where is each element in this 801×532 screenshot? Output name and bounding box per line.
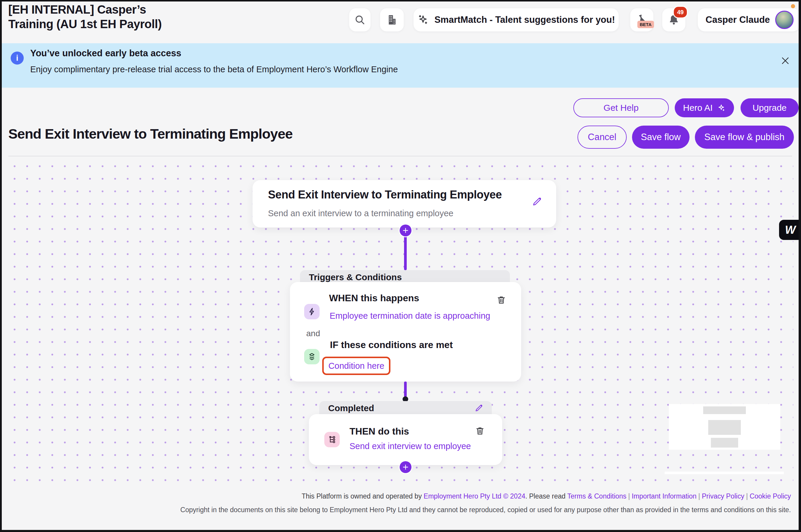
then-step-link[interactable]: Send exit interview to employee	[349, 441, 471, 451]
banner-subtitle: Enjoy complimentary pre-release trial ac…	[30, 64, 398, 74]
then-card[interactable]: THEN do this Send exit interview to empl…	[309, 414, 502, 465]
workflow-engine-app: [EH INTERNAL] Casper’s Training (AU 1st …	[0, 0, 801, 532]
condition-icon-badge	[304, 349, 320, 364]
beta-badge: BETA	[637, 21, 654, 28]
info-glyph: i	[16, 54, 18, 63]
get-help-label: Get Help	[604, 103, 639, 113]
company-switcher-button[interactable]	[380, 8, 404, 32]
footer-legal-line: This Platform is owned and operated by E…	[8, 492, 791, 500]
trash-icon	[475, 426, 485, 436]
trigger-icon-badge	[304, 304, 320, 319]
footer-separator: |	[697, 492, 702, 500]
skeleton-bar	[711, 438, 738, 448]
condition-highlight-box: Condition here	[322, 357, 390, 375]
footer-cookie-link[interactable]: Cookie Policy	[750, 492, 791, 500]
footer-important-info-link[interactable]: Important Information	[632, 492, 697, 500]
upgrade-button[interactable]: Upgrade	[741, 98, 799, 117]
upgrade-label: Upgrade	[752, 103, 786, 113]
search-icon	[354, 14, 366, 26]
get-help-button[interactable]: Get Help	[573, 98, 669, 117]
org-title-line2: Training (AU 1st EH Payroll)	[8, 17, 210, 32]
smartmatch-button[interactable]: SmartMatch - Talent suggestions for you!	[414, 8, 619, 32]
recording-indicator-dot	[791, 4, 795, 8]
condition-here-link[interactable]: Condition here	[328, 361, 384, 371]
then-step-title: THEN do this	[349, 426, 409, 437]
close-icon	[780, 56, 790, 66]
lightning-icon	[307, 307, 316, 316]
pencil-icon	[474, 403, 484, 413]
notifications-button[interactable]: 49	[662, 8, 686, 32]
footer-copyright-line: Copyright in the documents on this site …	[8, 506, 791, 514]
workflow-subtitle: Send an exit interview to a terminating …	[268, 209, 453, 218]
profile-menu-button[interactable]: Casper Claude	[698, 8, 800, 32]
footer-separator: |	[744, 492, 750, 500]
sparkle-icon	[417, 14, 429, 26]
hero-ai-button[interactable]: Hero AI	[675, 98, 734, 117]
completed-section-header: Completed	[319, 401, 492, 415]
plus-icon	[402, 464, 409, 470]
cancel-button[interactable]: Cancel	[578, 126, 627, 149]
flow-branch-icon	[327, 435, 337, 444]
loading-widget-skeleton	[669, 404, 780, 450]
search-button[interactable]	[349, 8, 370, 32]
footer-separator: |	[626, 492, 632, 500]
if-step-title: IF these conditions are met	[330, 340, 453, 350]
skeleton-bar	[708, 420, 741, 435]
notification-count-badge: 49	[673, 6, 688, 18]
profile-name: Casper Claude	[706, 15, 770, 25]
save-flow-publish-button[interactable]: Save flow & publish	[695, 126, 794, 149]
connector-line	[404, 381, 407, 397]
org-title: [EH INTERNAL] Casper’s Training (AU 1st …	[8, 2, 210, 32]
completed-section-title: Completed	[328, 403, 374, 413]
footer-text: . Please read	[525, 492, 567, 500]
banner-title: You’ve unlocked early beta access	[30, 48, 181, 59]
banner-close-button[interactable]	[780, 56, 790, 66]
org-title-line1: [EH INTERNAL] Casper’s	[8, 2, 210, 17]
save-flow-label: Save flow	[641, 132, 681, 142]
sparkle-icon	[717, 103, 726, 112]
add-step-button-bottom[interactable]	[400, 461, 412, 473]
page-title: Send Exit Interview to Terminating Emplo…	[8, 126, 293, 142]
footer-terms-link[interactable]: Terms & Conditions	[567, 492, 626, 500]
delete-trigger-button[interactable]	[496, 295, 506, 305]
pencil-icon	[531, 196, 543, 207]
operator-label: and	[306, 329, 320, 338]
add-step-button-top[interactable]	[400, 225, 412, 236]
building-icon	[386, 14, 398, 26]
save-flow-publish-label: Save flow & publish	[704, 132, 785, 142]
footer-company-link[interactable]: Employment Hero Pty Ltd © 2024	[424, 492, 525, 500]
workflow-side-tab[interactable]: W	[779, 220, 801, 240]
triggers-section-title: Triggers & Conditions	[309, 272, 402, 282]
action-icon-badge	[324, 432, 340, 447]
edit-workflow-button[interactable]	[531, 196, 543, 207]
workflow-root-card[interactable]: Send Exit Interview to Terminating Emplo…	[253, 180, 556, 228]
avatar	[775, 11, 794, 29]
info-icon: i	[11, 52, 24, 64]
skeleton-bar	[703, 406, 746, 414]
skeleton-strip	[665, 472, 784, 474]
plus-icon	[402, 227, 409, 234]
edit-completed-button[interactable]	[474, 403, 484, 413]
cancel-label: Cancel	[588, 132, 617, 142]
triggers-card[interactable]: WHEN this happens Employee termination d…	[290, 282, 521, 381]
footer-text: This Platform is owned and operated by	[302, 492, 424, 500]
trash-icon	[496, 295, 506, 305]
workflow-title: Send Exit Interview to Terminating Emplo…	[268, 188, 502, 201]
when-step-title: WHEN this happens	[329, 293, 419, 304]
w-logo-icon: W	[785, 224, 795, 236]
when-step-link[interactable]: Employee termination date is approaching	[330, 311, 490, 321]
beta-access-banner: i You’ve unlocked early beta access Enjo…	[0, 43, 801, 88]
hero-ai-label: Hero AI	[683, 103, 713, 113]
connector-line	[404, 230, 407, 270]
save-flow-button[interactable]: Save flow	[632, 126, 690, 149]
beta-features-button[interactable]: BETA	[630, 8, 653, 32]
footer-privacy-link[interactable]: Privacy Policy	[702, 492, 744, 500]
layers-icon	[307, 352, 316, 361]
delete-action-button[interactable]	[475, 426, 485, 436]
smartmatch-label: SmartMatch - Talent suggestions for you!	[434, 15, 615, 25]
